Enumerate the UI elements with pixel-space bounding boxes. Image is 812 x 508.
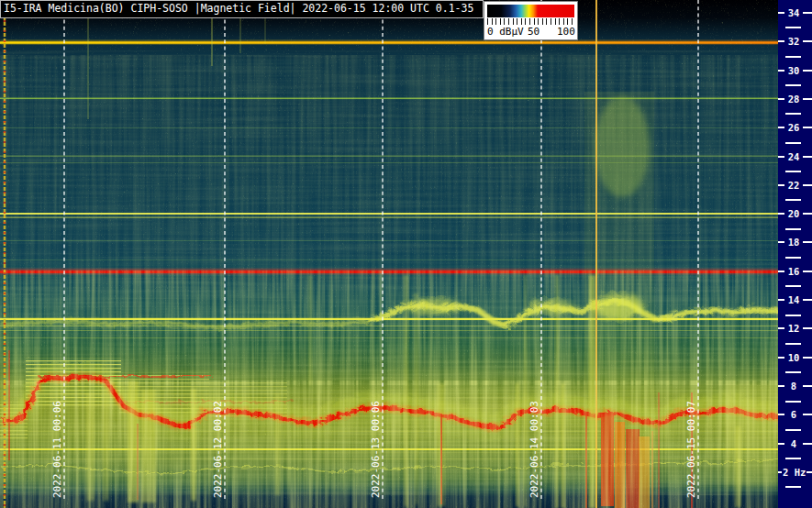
tick-line	[778, 299, 784, 301]
freq-tick-label: 18	[787, 236, 801, 248]
colorbar-label-50: 50	[528, 26, 539, 39]
freq-tick: 12	[778, 322, 812, 335]
spectrogram-window: 2022-06-11 00:06 2022-06-12 00:02 2022-0…	[0, 0, 812, 508]
freq-tick: 32	[778, 35, 812, 48]
freq-tick-label: 26	[787, 121, 801, 134]
freq-minor-tick	[785, 401, 801, 403]
freq-tick: 8	[778, 380, 812, 392]
date-label: 2022-06-15 00:07	[685, 401, 697, 498]
tick-line	[803, 127, 812, 128]
tick-line	[778, 184, 784, 186]
tick-line	[778, 156, 784, 158]
freq-tick-label: 6	[790, 408, 797, 421]
freq-tick: 34	[778, 6, 812, 19]
colorbar-gradient	[487, 5, 574, 17]
freq-tick: 14	[778, 293, 812, 306]
freq-tick-label: 20	[787, 207, 801, 220]
freq-minor-tick	[785, 27, 801, 28]
freq-tick: 16	[778, 265, 812, 278]
freq-tick: 20	[778, 207, 812, 220]
tick-line	[803, 156, 812, 158]
freq-tick-label: 14	[787, 293, 801, 306]
colorbar-scale-ruler	[487, 18, 574, 25]
freq-minor-tick	[785, 458, 801, 459]
freq-tick: 2 Hz	[778, 466, 812, 479]
tick-line	[778, 327, 784, 329]
freq-tick-label: 22	[787, 179, 801, 192]
tick-line	[778, 271, 784, 272]
tick-line	[803, 184, 812, 186]
freq-tick-label: 16	[787, 265, 801, 278]
freq-tick-label: 32	[787, 35, 801, 48]
freq-tick-label: 12	[787, 322, 801, 335]
tick-line	[778, 98, 784, 100]
tick-line	[803, 271, 812, 272]
date-label: 2022-06-14 00:03	[528, 401, 540, 498]
date-label: 2022-06-12 00:02	[212, 401, 224, 498]
freq-tick-label: 24	[787, 150, 801, 163]
freq-minor-tick	[785, 315, 801, 316]
tick-line	[803, 213, 812, 215]
freq-tick: 22	[778, 179, 812, 192]
tick-line	[803, 70, 812, 72]
freq-minor-tick	[785, 343, 801, 345]
freq-tick-label: 30	[787, 64, 801, 77]
tick-line	[778, 12, 784, 14]
freq-tick-label: 2 Hz	[782, 466, 806, 479]
tick-line	[778, 213, 784, 215]
tick-line	[803, 385, 812, 387]
spectrogram: 2022-06-11 00:06 2022-06-12 00:02 2022-0…	[0, 0, 778, 508]
freq-minor-tick	[785, 371, 801, 373]
freq-minor-tick	[785, 429, 801, 431]
tick-line	[803, 40, 812, 42]
freq-tick: 30	[778, 64, 812, 77]
freq-tick: 4	[778, 437, 812, 450]
tick-line	[778, 241, 784, 243]
freq-tick-label: 8	[790, 380, 797, 392]
freq-tick-label: 4	[790, 437, 797, 450]
freq-tick: 18	[778, 236, 812, 248]
freq-tick: 6	[778, 408, 812, 421]
freq-tick: 24	[778, 150, 812, 163]
date-label: 2022-06-11 00:06	[51, 401, 63, 498]
tick-line	[778, 70, 784, 72]
tick-line	[778, 414, 784, 415]
freq-minor-tick	[785, 142, 801, 144]
colorbar-labels: 0 dBµV 50 100	[487, 26, 574, 39]
tick-line	[803, 327, 812, 329]
frequency-axis: 34 32 30 28 26 24 22 20 18 16 14 12 10 8…	[778, 0, 812, 508]
freq-tick-label: 10	[787, 351, 801, 364]
colorbar: 0 dBµV 50 100	[484, 1, 578, 40]
colorbar-label-100: 100	[557, 26, 575, 39]
tick-line	[778, 127, 784, 128]
tick-line	[803, 12, 812, 14]
tick-line	[803, 241, 812, 243]
colorbar-label-0: 0 dBµV	[487, 26, 524, 39]
freq-tick: 26	[778, 121, 812, 134]
freq-tick: 28	[778, 93, 812, 105]
freq-minor-tick	[785, 199, 801, 201]
freq-minor-tick	[785, 257, 801, 259]
date-label: 2022-06-13 00:06	[370, 401, 382, 498]
freq-tick-label: 28	[787, 93, 801, 105]
tick-line	[803, 357, 812, 359]
freq-minor-tick	[785, 56, 801, 58]
freq-minor-tick	[785, 228, 801, 230]
tick-line	[806, 471, 812, 473]
freq-tick-label: 34	[787, 6, 801, 19]
tick-line	[803, 299, 812, 301]
tick-line	[778, 357, 784, 359]
freq-minor-tick	[785, 113, 801, 115]
freq-minor-tick	[785, 171, 801, 172]
tick-line	[778, 40, 784, 42]
noise-texture	[0, 0, 778, 508]
tick-line	[803, 98, 812, 100]
tick-line	[803, 443, 812, 445]
freq-tick: 10	[778, 351, 812, 364]
page-title: I5-IRA Medicina(BO) CIPH-SOSO |Magnetic …	[0, 0, 484, 18]
freq-minor-tick	[785, 285, 801, 287]
tick-line	[778, 443, 784, 445]
tick-line	[803, 414, 812, 415]
tick-line	[778, 385, 784, 387]
freq-minor-tick	[785, 84, 801, 86]
